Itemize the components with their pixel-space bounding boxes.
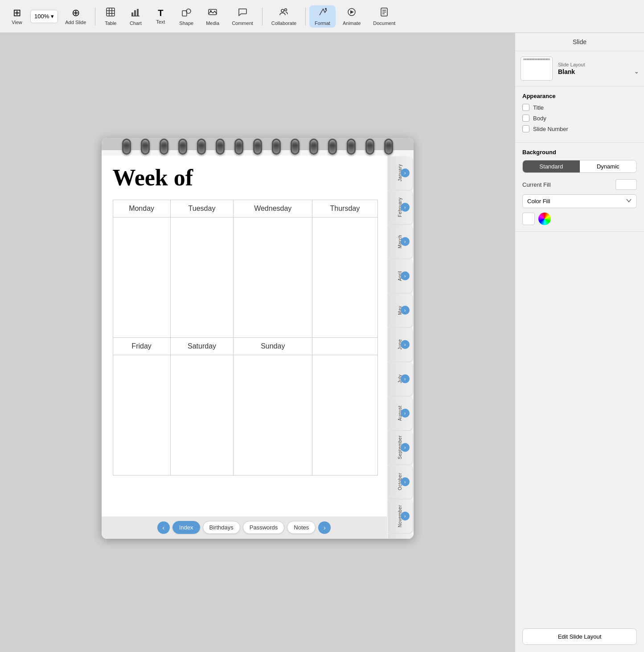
toolbar-item-animate[interactable]: Animate — [337, 5, 366, 28]
table-row-cells-2 — [113, 355, 377, 475]
standard-button[interactable]: Standard — [523, 160, 580, 172]
appearance-title: Appearance — [522, 93, 637, 99]
toolbar-item-text[interactable]: T Text — [149, 7, 172, 26]
bottom-tab-birthdays[interactable]: Birthdays — [203, 521, 240, 534]
comment-label: Comment — [232, 21, 253, 26]
prev-tab-arrow[interactable]: ‹ — [157, 521, 170, 534]
slide-number-checkbox[interactable] — [522, 125, 529, 132]
side-tab-september[interactable]: September › — [388, 431, 412, 464]
cell-empty[interactable] — [312, 355, 377, 475]
toolbar-item-view[interactable]: ⊞ View — [5, 6, 29, 27]
color-wheel-button[interactable] — [538, 213, 551, 225]
side-tab-april[interactable]: April › — [388, 259, 412, 293]
side-tab-february[interactable]: February › — [388, 191, 412, 224]
side-tab-arrow-february: › — [401, 203, 410, 212]
color-swatch[interactable] — [522, 213, 535, 225]
toolbar-item-table[interactable]: Table — [99, 5, 122, 28]
calendar-grid: Monday Tuesday Wednesday Thursday — [113, 200, 378, 476]
side-tab-november[interactable]: November › — [388, 500, 412, 533]
toolbar-item-chart[interactable]: Chart — [124, 5, 147, 28]
ring — [272, 139, 281, 155]
spiral-rings — [102, 138, 414, 160]
current-fill-swatch[interactable] — [615, 179, 637, 190]
dynamic-button[interactable]: Dynamic — [580, 160, 637, 172]
side-tab-arrow-may: › — [401, 306, 410, 315]
ring — [122, 139, 131, 155]
side-tab-arrow-july: › — [401, 374, 410, 383]
add-slide-icon: ⊕ — [72, 8, 80, 18]
cell-thursday[interactable] — [312, 217, 377, 337]
day-header-empty — [312, 337, 377, 355]
format-label: Format — [315, 21, 330, 26]
slide-content: Week of Monday Tuesday Wednesday Thursda… — [102, 156, 387, 539]
toolbar-item-media[interactable]: Media — [201, 5, 225, 28]
cell-wednesday[interactable] — [234, 217, 312, 337]
side-tab-august[interactable]: August › — [388, 397, 412, 430]
side-tab-may[interactable]: May › — [388, 294, 412, 327]
bottom-tab-passwords[interactable]: Passwords — [243, 521, 285, 534]
bottom-tab-index[interactable]: Index — [172, 521, 200, 534]
ring — [365, 139, 374, 155]
toolbar-item-format[interactable]: Format — [309, 5, 336, 28]
view-label: View — [12, 20, 22, 25]
table-row-cells-1 — [113, 217, 377, 337]
slide-number-checkbox-row: Slide Number — [522, 125, 637, 132]
shape-label: Shape — [179, 21, 193, 26]
ring — [384, 139, 393, 155]
zoom-control[interactable]: 100% ▾ — [30, 10, 58, 23]
side-tab-january[interactable]: January › — [388, 156, 412, 190]
side-tab-october[interactable]: October › — [388, 465, 412, 499]
canvas-area: Week of Monday Tuesday Wednesday Thursda… — [0, 33, 515, 652]
layout-label: Slide Layout — [558, 62, 639, 67]
side-tab-june[interactable]: June › — [388, 328, 412, 361]
title-checkbox[interactable] — [522, 104, 529, 111]
side-tab-arrow-november: › — [401, 512, 410, 521]
cell-tuesday[interactable] — [170, 217, 234, 337]
toolbar-item-shape[interactable]: Shape — [174, 5, 199, 28]
side-tab-july[interactable]: July › — [388, 362, 412, 396]
color-fill-label: Color Fill — [527, 198, 550, 205]
animate-label: Animate — [343, 21, 361, 26]
table-label: Table — [105, 21, 116, 26]
cell-saturday[interactable] — [170, 355, 234, 475]
slide-thumbnail — [521, 57, 553, 81]
toolbar-item-collaborate[interactable]: Collaborate — [266, 5, 302, 28]
day-header-friday: Friday — [113, 337, 170, 355]
ring — [234, 139, 243, 155]
toolbar-item-add-slide[interactable]: ⊕ Add Slide — [60, 6, 91, 27]
ring — [141, 139, 150, 155]
edit-layout-button[interactable]: Edit Slide Layout — [522, 628, 637, 645]
day-header-thursday: Thursday — [312, 200, 377, 217]
color-fill-dropdown[interactable]: Color Fill — [522, 194, 637, 208]
side-tab-arrow-august: › — [401, 409, 410, 418]
background-toggle: Standard Dynamic — [522, 160, 637, 173]
side-tab-march[interactable]: March › — [388, 225, 412, 258]
day-header-sunday: Sunday — [234, 337, 312, 355]
zoom-value: 100% — [34, 13, 49, 20]
side-tab-arrow-october: › — [401, 477, 410, 486]
ring — [347, 139, 356, 155]
toolbar-item-comment[interactable]: Comment — [226, 5, 258, 28]
svg-point-14 — [284, 8, 287, 11]
svg-point-13 — [281, 9, 284, 12]
body-checkbox[interactable] — [522, 115, 529, 122]
cell-monday[interactable] — [113, 217, 170, 337]
bottom-tab-notes[interactable]: Notes — [287, 521, 316, 534]
slide-container: Week of Monday Tuesday Wednesday Thursda… — [90, 138, 425, 548]
day-header-tuesday: Tuesday — [170, 200, 234, 217]
side-tabs: January › February › March › April › — [388, 156, 414, 539]
day-header-wednesday: Wednesday — [234, 200, 312, 217]
slide[interactable]: Week of Monday Tuesday Wednesday Thursda… — [102, 138, 414, 539]
color-picker-row — [522, 213, 637, 225]
chart-label: Chart — [130, 21, 142, 26]
cell-sunday[interactable] — [234, 355, 312, 475]
cell-friday[interactable] — [113, 355, 170, 475]
next-tab-arrow[interactable]: › — [318, 521, 331, 534]
layout-dropdown[interactable]: Blank ⌄ — [558, 68, 639, 75]
side-tab-december[interactable]: December › — [388, 534, 412, 539]
background-title: Background — [522, 149, 637, 156]
day-header-saturday: Saturday — [170, 337, 234, 355]
format-icon — [318, 7, 328, 19]
toolbar-item-document[interactable]: Document — [368, 5, 401, 28]
shape-icon — [181, 7, 191, 19]
